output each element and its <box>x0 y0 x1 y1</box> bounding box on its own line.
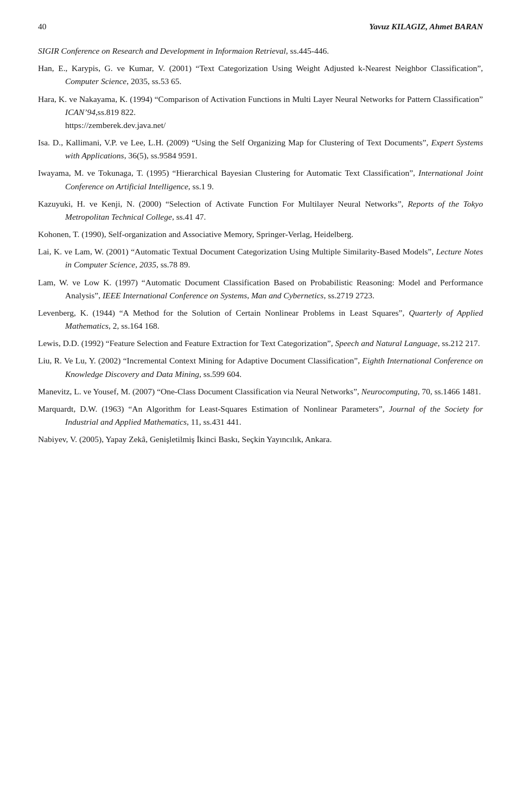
ref-levenberg: Levenberg, K. (1944) “A Method for the S… <box>38 306 483 333</box>
list-item: Hara, K. ve Nakayama, K. (1994) “Compari… <box>38 93 483 132</box>
ref-marquardt: Marquardt, D.W. (1963) “An Algorithm for… <box>38 402 483 429</box>
list-item: Liu, R. Ve Lu, Y. (2002) “Incremental Co… <box>38 354 483 380</box>
ref-lewis: Lewis, D.D. (1992) “Feature Selection an… <box>38 337 483 350</box>
references-list: SIGIR Conference on Research and Develop… <box>38 44 483 446</box>
ref-lai: Lai, K. ve Lam, W. (2001) “Automatic Tex… <box>38 245 483 271</box>
ref-lam: Lam, W. ve Low K. (1997) “Automatic Docu… <box>38 276 483 302</box>
ref-kazuyuki: Kazuyuki, H. ve Kenji, N. (2000) “Select… <box>38 197 483 223</box>
list-item: Lai, K. ve Lam, W. (2001) “Automatic Tex… <box>38 245 483 271</box>
list-item: SIGIR Conference on Research and Develop… <box>38 44 483 57</box>
list-item: Kohonen, T. (1990), Self-organization an… <box>38 228 483 241</box>
ref-isa: Isa. D., Kallimani, V.P. ve Lee, L.H. (2… <box>38 136 483 162</box>
ref-nabiyev: Nabiyev, V. (2005), Yapay Zekâ, Genişlet… <box>38 433 483 446</box>
ref-han: Han, E., Karypis, G. ve Kumar, V. (2001)… <box>38 62 483 88</box>
ref-liu: Liu, R. Ve Lu, Y. (2002) “Incremental Co… <box>38 354 483 380</box>
page-header: 40 Yavuz KILAGIZ, Ahmet BARAN <box>38 22 483 31</box>
list-item: Iwayama, M. ve Tokunaga, T. (1995) “Hier… <box>38 167 483 193</box>
ref-hara: Hara, K. ve Nakayama, K. (1994) “Compari… <box>38 93 483 132</box>
list-item: Isa. D., Kallimani, V.P. ve Lee, L.H. (2… <box>38 136 483 162</box>
author-name: Yavuz KILAGIZ, Ahmet BARAN <box>369 22 483 31</box>
ref-sigir: SIGIR Conference on Research and Develop… <box>38 44 483 57</box>
ref-kohonen: Kohonen, T. (1990), Self-organization an… <box>38 228 483 241</box>
list-item: Lam, W. ve Low K. (1997) “Automatic Docu… <box>38 276 483 302</box>
page-number: 40 <box>38 22 47 31</box>
list-item: Lewis, D.D. (1992) “Feature Selection an… <box>38 337 483 350</box>
list-item: Kazuyuki, H. ve Kenji, N. (2000) “Select… <box>38 197 483 223</box>
list-item: Nabiyev, V. (2005), Yapay Zekâ, Genişlet… <box>38 433 483 446</box>
list-item: Marquardt, D.W. (1963) “An Algorithm for… <box>38 402 483 429</box>
ref-sigir-text: SIGIR Conference on Research and Develop… <box>38 46 286 55</box>
ref-iwayama: Iwayama, M. ve Tokunaga, T. (1995) “Hier… <box>38 167 483 193</box>
ref-manevitz: Manevitz, L. ve Yousef, M. (2007) “One-C… <box>38 385 483 398</box>
page: 40 Yavuz KILAGIZ, Ahmet BARAN SIGIR Conf… <box>0 0 521 812</box>
list-item: Han, E., Karypis, G. ve Kumar, V. (2001)… <box>38 62 483 88</box>
list-item: Manevitz, L. ve Yousef, M. (2007) “One-C… <box>38 385 483 398</box>
list-item: Levenberg, K. (1944) “A Method for the S… <box>38 306 483 333</box>
